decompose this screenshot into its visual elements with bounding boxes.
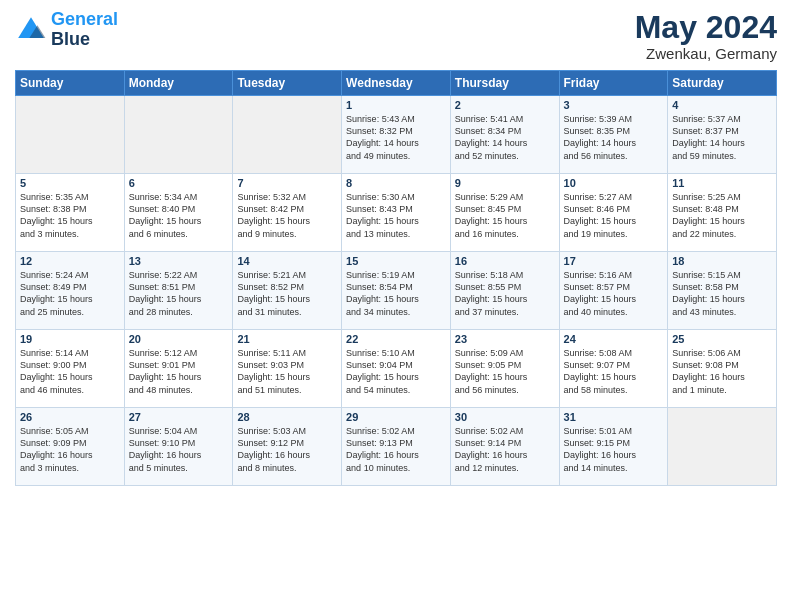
cell-w3-d1: 12Sunrise: 5:24 AM Sunset: 8:49 PM Dayli… — [16, 252, 125, 330]
day-info: Sunrise: 5:06 AM Sunset: 9:08 PM Dayligh… — [672, 347, 772, 396]
day-info: Sunrise: 5:18 AM Sunset: 8:55 PM Dayligh… — [455, 269, 555, 318]
cell-w3-d5: 16Sunrise: 5:18 AM Sunset: 8:55 PM Dayli… — [450, 252, 559, 330]
day-number: 23 — [455, 333, 555, 345]
day-info: Sunrise: 5:05 AM Sunset: 9:09 PM Dayligh… — [20, 425, 120, 474]
day-info: Sunrise: 5:19 AM Sunset: 8:54 PM Dayligh… — [346, 269, 446, 318]
header-tuesday: Tuesday — [233, 71, 342, 96]
cell-w2-d7: 11Sunrise: 5:25 AM Sunset: 8:48 PM Dayli… — [668, 174, 777, 252]
logo-icon — [15, 14, 47, 46]
day-number: 6 — [129, 177, 229, 189]
day-number: 18 — [672, 255, 772, 267]
cell-w4-d1: 19Sunrise: 5:14 AM Sunset: 9:00 PM Dayli… — [16, 330, 125, 408]
day-number: 28 — [237, 411, 337, 423]
day-number: 4 — [672, 99, 772, 111]
day-info: Sunrise: 5:22 AM Sunset: 8:51 PM Dayligh… — [129, 269, 229, 318]
cell-w3-d3: 14Sunrise: 5:21 AM Sunset: 8:52 PM Dayli… — [233, 252, 342, 330]
day-info: Sunrise: 5:34 AM Sunset: 8:40 PM Dayligh… — [129, 191, 229, 240]
day-number: 15 — [346, 255, 446, 267]
day-number: 22 — [346, 333, 446, 345]
day-number: 20 — [129, 333, 229, 345]
day-info: Sunrise: 5:12 AM Sunset: 9:01 PM Dayligh… — [129, 347, 229, 396]
day-number: 29 — [346, 411, 446, 423]
logo-text: GeneralBlue — [51, 10, 118, 50]
cell-w1-d1 — [16, 96, 125, 174]
day-info: Sunrise: 5:10 AM Sunset: 9:04 PM Dayligh… — [346, 347, 446, 396]
day-number: 11 — [672, 177, 772, 189]
cell-w1-d2 — [124, 96, 233, 174]
cell-w2-d5: 9Sunrise: 5:29 AM Sunset: 8:45 PM Daylig… — [450, 174, 559, 252]
day-info: Sunrise: 5:16 AM Sunset: 8:57 PM Dayligh… — [564, 269, 664, 318]
day-info: Sunrise: 5:03 AM Sunset: 9:12 PM Dayligh… — [237, 425, 337, 474]
day-info: Sunrise: 5:30 AM Sunset: 8:43 PM Dayligh… — [346, 191, 446, 240]
cell-w4-d4: 22Sunrise: 5:10 AM Sunset: 9:04 PM Dayli… — [342, 330, 451, 408]
day-info: Sunrise: 5:02 AM Sunset: 9:14 PM Dayligh… — [455, 425, 555, 474]
day-number: 3 — [564, 99, 664, 111]
day-info: Sunrise: 5:11 AM Sunset: 9:03 PM Dayligh… — [237, 347, 337, 396]
day-info: Sunrise: 5:24 AM Sunset: 8:49 PM Dayligh… — [20, 269, 120, 318]
cell-w3-d2: 13Sunrise: 5:22 AM Sunset: 8:51 PM Dayli… — [124, 252, 233, 330]
day-number: 21 — [237, 333, 337, 345]
cell-w1-d4: 1Sunrise: 5:43 AM Sunset: 8:32 PM Daylig… — [342, 96, 451, 174]
day-info: Sunrise: 5:09 AM Sunset: 9:05 PM Dayligh… — [455, 347, 555, 396]
day-info: Sunrise: 5:41 AM Sunset: 8:34 PM Dayligh… — [455, 113, 555, 162]
day-info: Sunrise: 5:43 AM Sunset: 8:32 PM Dayligh… — [346, 113, 446, 162]
header-monday: Monday — [124, 71, 233, 96]
week-row-4: 19Sunrise: 5:14 AM Sunset: 9:00 PM Dayli… — [16, 330, 777, 408]
day-info: Sunrise: 5:27 AM Sunset: 8:46 PM Dayligh… — [564, 191, 664, 240]
cell-w2-d2: 6Sunrise: 5:34 AM Sunset: 8:40 PM Daylig… — [124, 174, 233, 252]
cell-w2-d6: 10Sunrise: 5:27 AM Sunset: 8:46 PM Dayli… — [559, 174, 668, 252]
day-number: 26 — [20, 411, 120, 423]
cell-w5-d4: 29Sunrise: 5:02 AM Sunset: 9:13 PM Dayli… — [342, 408, 451, 486]
day-info: Sunrise: 5:35 AM Sunset: 8:38 PM Dayligh… — [20, 191, 120, 240]
header-thursday: Thursday — [450, 71, 559, 96]
week-row-5: 26Sunrise: 5:05 AM Sunset: 9:09 PM Dayli… — [16, 408, 777, 486]
header-friday: Friday — [559, 71, 668, 96]
cell-w4-d3: 21Sunrise: 5:11 AM Sunset: 9:03 PM Dayli… — [233, 330, 342, 408]
day-info: Sunrise: 5:15 AM Sunset: 8:58 PM Dayligh… — [672, 269, 772, 318]
day-number: 12 — [20, 255, 120, 267]
week-row-3: 12Sunrise: 5:24 AM Sunset: 8:49 PM Dayli… — [16, 252, 777, 330]
day-info: Sunrise: 5:32 AM Sunset: 8:42 PM Dayligh… — [237, 191, 337, 240]
cell-w5-d5: 30Sunrise: 5:02 AM Sunset: 9:14 PM Dayli… — [450, 408, 559, 486]
day-number: 1 — [346, 99, 446, 111]
header-sunday: Sunday — [16, 71, 125, 96]
day-number: 5 — [20, 177, 120, 189]
day-number: 2 — [455, 99, 555, 111]
week-row-2: 5Sunrise: 5:35 AM Sunset: 8:38 PM Daylig… — [16, 174, 777, 252]
cell-w5-d2: 27Sunrise: 5:04 AM Sunset: 9:10 PM Dayli… — [124, 408, 233, 486]
day-number: 7 — [237, 177, 337, 189]
day-info: Sunrise: 5:39 AM Sunset: 8:35 PM Dayligh… — [564, 113, 664, 162]
header-wednesday: Wednesday — [342, 71, 451, 96]
day-number: 10 — [564, 177, 664, 189]
day-info: Sunrise: 5:02 AM Sunset: 9:13 PM Dayligh… — [346, 425, 446, 474]
calendar-body: 1Sunrise: 5:43 AM Sunset: 8:32 PM Daylig… — [16, 96, 777, 486]
cell-w1-d7: 4Sunrise: 5:37 AM Sunset: 8:37 PM Daylig… — [668, 96, 777, 174]
day-info: Sunrise: 5:04 AM Sunset: 9:10 PM Dayligh… — [129, 425, 229, 474]
calendar-subtitle: Zwenkau, Germany — [635, 45, 777, 62]
day-number: 16 — [455, 255, 555, 267]
day-number: 9 — [455, 177, 555, 189]
cell-w3-d7: 18Sunrise: 5:15 AM Sunset: 8:58 PM Dayli… — [668, 252, 777, 330]
day-number: 13 — [129, 255, 229, 267]
week-row-1: 1Sunrise: 5:43 AM Sunset: 8:32 PM Daylig… — [16, 96, 777, 174]
calendar-table: Sunday Monday Tuesday Wednesday Thursday… — [15, 70, 777, 486]
day-info: Sunrise: 5:21 AM Sunset: 8:52 PM Dayligh… — [237, 269, 337, 318]
title-block: May 2024 Zwenkau, Germany — [635, 10, 777, 62]
cell-w5-d3: 28Sunrise: 5:03 AM Sunset: 9:12 PM Dayli… — [233, 408, 342, 486]
cell-w5-d7 — [668, 408, 777, 486]
cell-w5-d6: 31Sunrise: 5:01 AM Sunset: 9:15 PM Dayli… — [559, 408, 668, 486]
cell-w4-d6: 24Sunrise: 5:08 AM Sunset: 9:07 PM Dayli… — [559, 330, 668, 408]
day-number: 17 — [564, 255, 664, 267]
day-number: 8 — [346, 177, 446, 189]
day-number: 31 — [564, 411, 664, 423]
logo: GeneralBlue — [15, 10, 118, 50]
cell-w5-d1: 26Sunrise: 5:05 AM Sunset: 9:09 PM Dayli… — [16, 408, 125, 486]
calendar-title: May 2024 — [635, 10, 777, 45]
cell-w1-d5: 2Sunrise: 5:41 AM Sunset: 8:34 PM Daylig… — [450, 96, 559, 174]
header-row: Sunday Monday Tuesday Wednesday Thursday… — [16, 71, 777, 96]
cell-w2-d4: 8Sunrise: 5:30 AM Sunset: 8:43 PM Daylig… — [342, 174, 451, 252]
day-number: 25 — [672, 333, 772, 345]
calendar-header: Sunday Monday Tuesday Wednesday Thursday… — [16, 71, 777, 96]
cell-w2-d3: 7Sunrise: 5:32 AM Sunset: 8:42 PM Daylig… — [233, 174, 342, 252]
cell-w2-d1: 5Sunrise: 5:35 AM Sunset: 8:38 PM Daylig… — [16, 174, 125, 252]
